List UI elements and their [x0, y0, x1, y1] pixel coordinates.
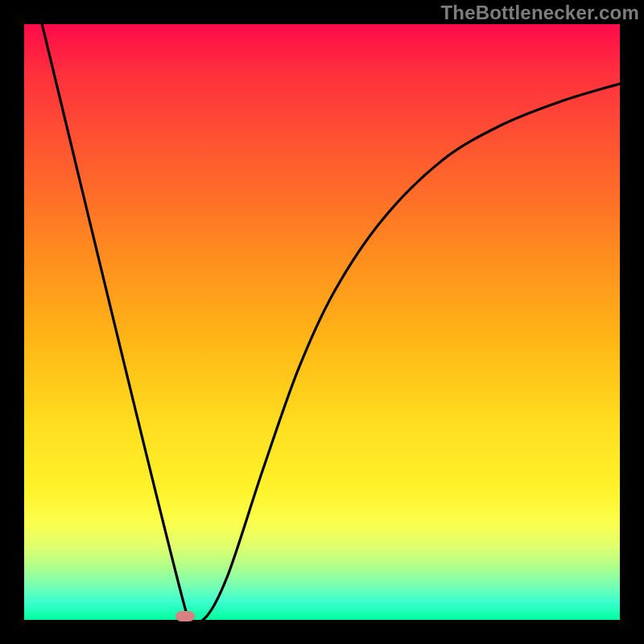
optimal-marker: [175, 611, 195, 621]
bottleneck-curve: [42, 24, 620, 620]
plot-area: [24, 24, 620, 620]
curve-svg: [24, 24, 620, 620]
watermark-text: TheBottlenecker.com: [440, 2, 639, 24]
chart-frame: TheBottlenecker.com: [0, 0, 644, 644]
